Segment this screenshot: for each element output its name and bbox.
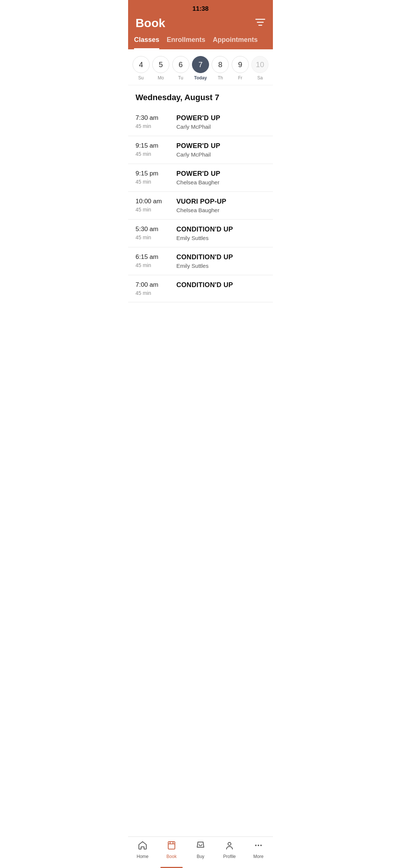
- time-text-2: 9:15 am: [136, 142, 158, 149]
- class-time-1: 7:30 am 45 min: [136, 114, 176, 129]
- duration-text-3: 45 min: [136, 179, 151, 185]
- day-label-th: Th: [218, 75, 223, 80]
- duration-text-2: 45 min: [136, 151, 151, 157]
- day-label-mo: Mo: [158, 75, 164, 80]
- day-label-su: Su: [138, 75, 144, 80]
- class-item-3[interactable]: 9:15 pm 45 min POWER'D UP Chelsea Baughe…: [128, 164, 273, 192]
- class-instructor-2: Carly McPhail: [176, 151, 265, 158]
- header: Book: [128, 13, 273, 30]
- duration-text-6: 45 min: [136, 262, 151, 268]
- time-text-5: 5:30 am: [136, 226, 158, 233]
- day-label-sa: Sa: [257, 75, 263, 80]
- status-time: 11:38: [192, 5, 208, 12]
- duration-text-4: 45 min: [136, 207, 151, 213]
- class-info-2: POWER'D UP Carly McPhail: [176, 142, 265, 158]
- class-time-6: 6:15 am 45 min: [136, 253, 176, 268]
- calendar-day-5[interactable]: 5 Mo: [152, 56, 169, 80]
- class-info-1: POWER'D UP Carly McPhail: [176, 114, 265, 130]
- calendar-strip: 4 Su 5 Mo 6 Tu 7 Today 8 Th 9 Fr 10 Sa: [128, 49, 273, 85]
- time-text-1: 7:30 am: [136, 114, 158, 122]
- tab-appointments[interactable]: Appointments: [213, 36, 258, 49]
- class-info-5: CONDITION'D UP Emily Suttles: [176, 226, 265, 241]
- tab-classes[interactable]: Classes: [134, 36, 159, 49]
- day-number-4: 4: [133, 56, 150, 73]
- day-number-6: 6: [172, 56, 189, 73]
- class-name-4: VUORI POP-UP: [176, 198, 265, 206]
- class-time-4: 10:00 am 45 min: [136, 198, 176, 213]
- class-info-4: VUORI POP-UP Chelsea Baugher: [176, 198, 265, 213]
- time-text-4: 10:00 am: [136, 198, 162, 205]
- duration-text-7: 45 min: [136, 290, 151, 296]
- class-item-2[interactable]: 9:15 am 45 min POWER'D UP Carly McPhail: [128, 136, 273, 164]
- day-label-tu: Tu: [178, 75, 183, 80]
- class-time-5: 5:30 am 45 min: [136, 226, 176, 240]
- class-name-2: POWER'D UP: [176, 142, 265, 150]
- class-time-2: 9:15 am 45 min: [136, 142, 176, 157]
- class-name-3: POWER'D UP: [176, 170, 265, 178]
- class-list: 7:30 am 45 min POWER'D UP Carly McPhail …: [128, 108, 273, 302]
- tab-bar: Classes Enrollments Appointments: [128, 30, 273, 49]
- class-instructor-3: Chelsea Baugher: [176, 179, 265, 185]
- time-text-7: 7:00 am: [136, 281, 158, 289]
- calendar-day-4[interactable]: 4 Su: [133, 56, 150, 80]
- calendar-day-8[interactable]: 8 Th: [212, 56, 229, 80]
- class-instructor-1: Carly McPhail: [176, 124, 265, 130]
- class-name-5: CONDITION'D UP: [176, 226, 265, 233]
- class-item-5[interactable]: 5:30 am 45 min CONDITION'D UP Emily Sutt…: [128, 220, 273, 247]
- tab-enrollments[interactable]: Enrollments: [167, 36, 205, 49]
- date-heading: Wednesday, August 7: [128, 85, 273, 108]
- class-item-4[interactable]: 10:00 am 45 min VUORI POP-UP Chelsea Bau…: [128, 192, 273, 220]
- day-label-fr: Fr: [238, 75, 242, 80]
- calendar-day-10[interactable]: 10 Sa: [251, 56, 268, 80]
- class-item-7[interactable]: 7:00 am 45 min CONDITION'D UP: [128, 275, 273, 302]
- day-number-7: 7: [192, 56, 209, 73]
- duration-text-5: 45 min: [136, 234, 151, 240]
- day-number-8: 8: [212, 56, 229, 73]
- class-info-7: CONDITION'D UP: [176, 281, 265, 290]
- duration-text-1: 45 min: [136, 123, 151, 129]
- time-text-6: 6:15 am: [136, 253, 158, 261]
- class-time-7: 7:00 am 45 min: [136, 281, 176, 296]
- class-instructor-5: Emily Suttles: [176, 235, 265, 241]
- filter-icon[interactable]: [255, 18, 265, 29]
- day-number-5: 5: [152, 56, 169, 73]
- class-name-7: CONDITION'D UP: [176, 281, 265, 289]
- day-number-10: 10: [251, 56, 268, 73]
- class-name-6: CONDITION'D UP: [176, 253, 265, 261]
- class-info-3: POWER'D UP Chelsea Baugher: [176, 170, 265, 185]
- day-label-today: Today: [194, 75, 207, 80]
- calendar-day-9[interactable]: 9 Fr: [232, 56, 249, 80]
- class-item-6[interactable]: 6:15 am 45 min CONDITION'D UP Emily Sutt…: [128, 247, 273, 275]
- status-bar: 11:38: [128, 0, 273, 13]
- class-instructor-6: Emily Suttles: [176, 263, 265, 269]
- class-info-6: CONDITION'D UP Emily Suttles: [176, 253, 265, 269]
- time-text-3: 9:15 pm: [136, 170, 158, 177]
- calendar-day-7[interactable]: 7 Today: [192, 56, 209, 80]
- class-time-3: 9:15 pm 45 min: [136, 170, 176, 185]
- main-content: 4 Su 5 Mo 6 Tu 7 Today 8 Th 9 Fr 10 Sa W…: [128, 49, 273, 302]
- class-instructor-4: Chelsea Baugher: [176, 207, 265, 213]
- class-name-1: POWER'D UP: [176, 114, 265, 122]
- calendar-day-6[interactable]: 6 Tu: [172, 56, 189, 80]
- page-title: Book: [136, 16, 165, 30]
- class-item-1[interactable]: 7:30 am 45 min POWER'D UP Carly McPhail: [128, 108, 273, 136]
- day-number-9: 9: [232, 56, 249, 73]
